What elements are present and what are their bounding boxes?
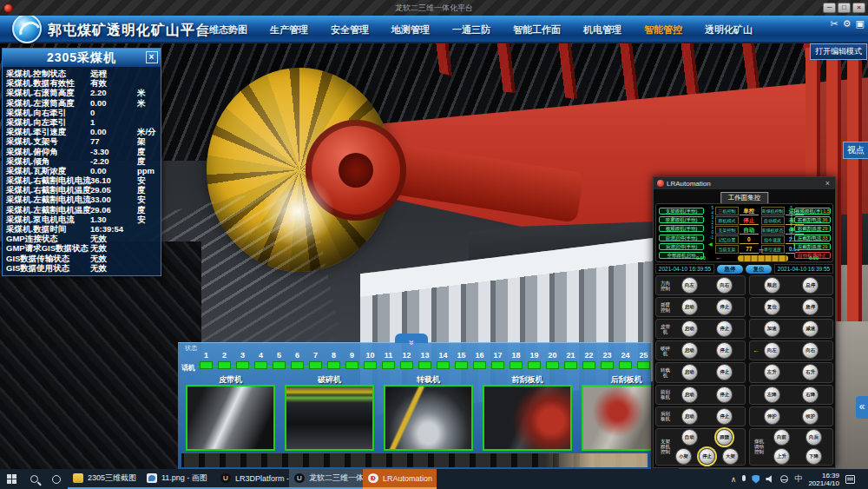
gear-icon[interactable]: ⚙ (843, 18, 852, 30)
control-button[interactable]: 停止 (716, 408, 733, 425)
control-button[interactable]: 总停 (802, 277, 819, 294)
channel-cell[interactable]: 10 (361, 351, 379, 373)
panel-chevron-down-icon[interactable]: « (395, 334, 428, 343)
channel-cell[interactable]: 1 (197, 351, 215, 373)
control-button[interactable]: 向前 (773, 429, 790, 446)
defender-shield-icon[interactable] (752, 475, 760, 484)
control-button[interactable]: 小架 (675, 448, 692, 465)
control-button[interactable]: 跟随 (716, 429, 733, 446)
edit-mode-button[interactable]: 打开编辑模式 (810, 43, 867, 60)
camera-feed[interactable] (483, 385, 572, 451)
control-button[interactable]: 停止 (716, 387, 733, 403)
control-button[interactable]: 上升 (773, 448, 790, 465)
channel-cell[interactable]: 16 (470, 351, 489, 373)
channel-cell[interactable]: 17 (489, 351, 507, 373)
close-button[interactable]: × (852, 3, 865, 13)
notification-icon[interactable] (845, 475, 855, 484)
control-button[interactable]: 停止 (716, 299, 733, 315)
nav-item[interactable]: 智能管控 (644, 23, 682, 36)
channel-cell[interactable]: 2 (215, 351, 233, 373)
control-button[interactable]: 启动 (681, 342, 698, 359)
network-globe-icon[interactable] (780, 475, 788, 483)
channel-cell[interactable]: 20 (543, 351, 562, 373)
camera-feed[interactable] (285, 385, 374, 451)
control-button[interactable]: 停止 (716, 342, 733, 359)
preset-button[interactable]: 视频跟机(手动) (659, 225, 704, 232)
control-button[interactable]: 伸护 (764, 408, 780, 425)
control-button[interactable]: 左升 (764, 364, 780, 380)
control-button[interactable]: 顺启 (764, 277, 780, 294)
control-button[interactable]: 向左 (764, 342, 780, 359)
taskbar-task[interactable]: 11.png - 画图 (141, 469, 215, 489)
lr-close-icon[interactable]: × (824, 179, 832, 188)
taskbar-clock[interactable]: 16:39 2021/4/10 (808, 472, 839, 487)
control-button[interactable]: 左降 (764, 387, 780, 403)
estop-button[interactable]: 急停 (717, 265, 743, 274)
preset-button[interactable]: 左截割温度29 (794, 243, 831, 250)
channel-cell[interactable]: 3 (233, 351, 252, 373)
channel-cell[interactable]: 6 (288, 351, 306, 373)
nav-item[interactable]: 三维态势图 (200, 23, 247, 36)
nav-item[interactable]: 智能工作面 (513, 23, 561, 36)
channel-cell[interactable]: 15 (452, 351, 470, 373)
viewpoint-tab[interactable]: 视点 (843, 142, 868, 159)
nav-item[interactable]: 安全管理 (331, 23, 369, 36)
channel-cell[interactable]: 19 (525, 351, 543, 373)
cortana-icon[interactable] (45, 469, 68, 489)
channel-cell[interactable]: 23 (598, 351, 616, 373)
channel-cell[interactable]: 13 (416, 351, 434, 373)
minimize-button[interactable]: ─ (823, 3, 836, 13)
nav-item[interactable]: 透明化矿山 (705, 23, 753, 36)
channel-cell[interactable]: 25 (635, 351, 651, 373)
preset-button[interactable]: 前溜启停(手动) (659, 235, 704, 241)
start-button[interactable] (0, 469, 23, 489)
camera-feed[interactable] (582, 385, 651, 451)
preset-button[interactable]: 视频跟机(手)1.5 (794, 208, 831, 215)
search-icon[interactable] (23, 469, 45, 489)
control-button[interactable]: 启动 (681, 364, 698, 380)
resize-icon[interactable]: ▣ (856, 18, 865, 30)
nav-item[interactable]: 机电管理 (583, 23, 621, 36)
channel-cell[interactable]: 18 (507, 351, 525, 373)
control-button[interactable]: 启动 (681, 387, 698, 403)
control-button[interactable]: 收护 (802, 408, 819, 425)
control-button[interactable]: 下降 (806, 448, 822, 465)
taskbar-task[interactable]: 2305三维截图 (68, 469, 141, 489)
control-button[interactable]: 向左 (681, 277, 698, 294)
preset-button[interactable]: 左截割电流33 (794, 235, 831, 241)
preset-button[interactable]: 支架跟机(手动) (659, 208, 704, 215)
control-button[interactable]: 加速 (764, 320, 780, 337)
maximize-button[interactable]: □ (838, 3, 851, 13)
ime-indicator[interactable]: 中 (794, 473, 802, 485)
control-button[interactable]: 停止 (716, 320, 733, 337)
tab-face-control[interactable]: 工作面集控 (720, 192, 769, 204)
preset-button[interactable]: 右截割温度29 (794, 225, 831, 232)
thumbnail-filmstrip[interactable] (181, 453, 648, 467)
reset-button[interactable]: 复位 (746, 265, 772, 274)
speaker-icon[interactable] (766, 475, 774, 484)
channel-cell[interactable]: 8 (325, 351, 343, 373)
control-button[interactable]: 右降 (802, 387, 819, 403)
nav-item[interactable]: 一通三防 (452, 23, 490, 36)
channel-cell[interactable]: 12 (398, 351, 416, 373)
control-button[interactable]: 停止 (699, 448, 715, 465)
control-button[interactable]: 启动 (681, 299, 698, 315)
control-button[interactable]: 向右 (802, 342, 819, 359)
control-button[interactable]: 启动 (681, 408, 698, 425)
taskbar-task[interactable]: LRAutomation (363, 469, 437, 489)
close-icon[interactable]: × (146, 51, 158, 63)
channel-cell[interactable]: 5 (270, 351, 288, 373)
tray-chevron-icon[interactable]: ∧ (731, 475, 737, 484)
control-button[interactable]: 停止 (716, 364, 733, 380)
taskbar-task[interactable]: LR3DPlatform - U... (215, 469, 289, 489)
channel-cell[interactable]: 21 (562, 351, 580, 373)
channel-cell[interactable]: 14 (434, 351, 452, 373)
control-button[interactable]: 复位 (764, 299, 780, 315)
control-button[interactable]: 急停 (802, 299, 819, 315)
channel-cell[interactable]: 7 (306, 351, 325, 373)
control-button[interactable]: 向右 (716, 277, 733, 294)
camera-feed[interactable] (384, 385, 473, 451)
channel-cell[interactable]: 4 (252, 351, 270, 373)
preset-button[interactable]: 后溜启停(手动) (659, 243, 704, 250)
channel-cell[interactable]: 9 (343, 351, 361, 373)
